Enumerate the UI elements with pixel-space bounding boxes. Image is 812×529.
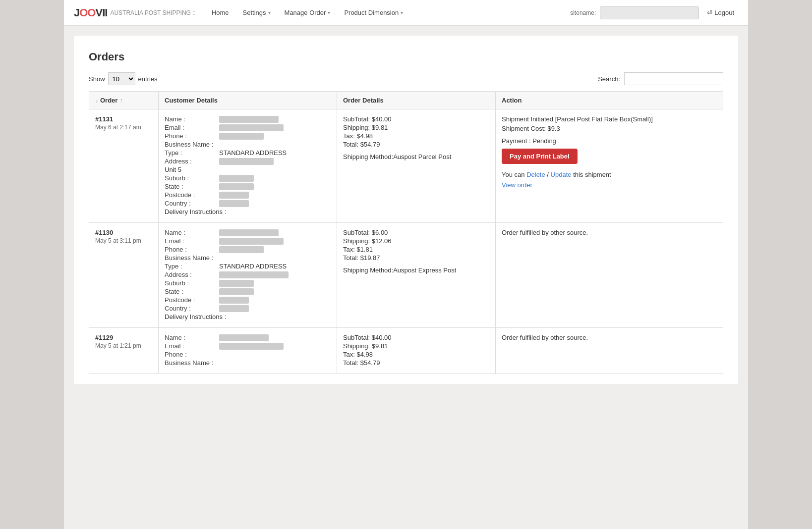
total-1130: Total: $19.87 [343,254,489,262]
postcode-label: Postcode : [165,191,219,199]
address-redacted-1130 [219,271,289,278]
nav-product-dimension-label: Product Dimension [344,9,399,16]
sort-down-icon: ↓ [95,97,98,104]
action-cell-1130: Order fulfilled by other source. [496,223,723,328]
customer-unit-row: Unit 5 [165,166,331,173]
suburb-label: Suburb : [165,174,219,182]
postcode-redacted [219,192,249,199]
logo: JOOVII [74,6,107,19]
address-redacted [219,158,274,165]
th-action: Action [496,92,723,109]
customer-type-row: Type : STANDARD ADDRESS [165,149,331,157]
sitename-input[interactable] [600,6,699,19]
nav-settings[interactable]: Settings ▾ [236,1,278,24]
delete-update-prefix: You can [502,171,526,178]
customer-business-row: Business Name : [165,141,331,148]
nav-product-dimension[interactable]: Product Dimension ▾ [337,1,410,24]
navbar: JOOVII AUSTRALIA POST SHIPPING :: Home S… [64,0,748,26]
table-body: #1131 May 6 at 2:17 am Name : Email : [89,109,723,374]
address-label-1130: Address : [165,271,219,278]
logout-button[interactable]: ⏎ Logout [703,7,738,18]
customer-suburb-row-1130: Suburb : [165,279,331,287]
state-label: State : [165,183,219,190]
nav-home[interactable]: Home [205,1,236,24]
th-order-details-label: Order Details [343,97,384,104]
separator: / [547,171,549,178]
shipping-method-1130: Shipping Method:Auspost Express Post [343,266,489,274]
sort-up-icon: ↑ [119,97,122,104]
delete-link[interactable]: Delete [526,171,545,178]
name-redacted-1129 [219,334,269,341]
type-value-1130: STANDARD ADDRESS [219,263,287,270]
order-cell-1130: #1130 May 5 at 3:11 pm [89,223,159,328]
th-order-details: Order Details [337,92,496,109]
type-label-1130: Type : [165,263,219,270]
name-redacted-1130 [219,229,279,236]
business-label-1130: Business Name : [165,254,219,262]
email-redacted [219,124,284,131]
search-label: Search: [598,75,620,83]
customer-email-row: Email : [165,124,331,131]
search-input[interactable] [624,72,723,85]
email-redacted-1130 [219,238,284,245]
brand: JOOVII [74,6,107,19]
name-redacted [219,116,279,123]
show-label: Show [89,75,105,83]
logout-label: Logout [714,9,734,16]
customer-cell-1131: Name : Email : Phone : Business Nam [159,109,337,223]
th-customer-label: Customer Details [165,97,218,104]
app-title: AUSTRALIA POST SHIPPING :: [110,9,196,16]
pay-print-label: Pay and Print Label [510,153,570,160]
country-redacted-1130 [219,305,249,312]
fulfilled-text-1130: Order fulfilled by other source. [502,229,717,236]
customer-email-row-1129: Email : [165,342,331,350]
tax-1130: Tax: $1.81 [343,246,489,253]
customer-delivery-row-1130: Delivery Instructions : [165,313,331,320]
action-cell-1131: Shipment Initiated [Parcel Post Flat Rat… [496,109,723,223]
email-label-1129: Email : [165,342,219,350]
customer-state-row-1130: State : [165,288,331,295]
customer-business-row-1129: Business Name : [165,359,331,367]
nav-links: Home Settings ▾ Manage Order ▾ Product D… [205,1,570,24]
tax-1131: Tax: $4.98 [343,132,489,140]
sitename-label: sitename: [570,9,596,16]
tax-1129: Tax: $4.98 [343,351,489,358]
th-order[interactable]: ↓ Order ↑ [89,92,159,109]
customer-name-row-1129: Name : [165,334,331,341]
delete-update-suffix: this shipment [573,171,611,178]
main-content: Orders Show 10 25 50 100 entries Search: [74,36,738,384]
suburb-redacted-1130 [219,280,254,287]
nav-manage-order[interactable]: Manage Order ▾ [278,1,338,24]
action-cell-1129: Order fulfilled by other source. [496,328,723,374]
table-row: #1131 May 6 at 2:17 am Name : Email : [89,109,723,223]
phone-label-1130: Phone : [165,246,219,253]
subtotal-1130: SubTotal: $6.00 [343,229,489,236]
pay-print-label-button[interactable]: Pay and Print Label [502,149,578,164]
customer-state-row: State : [165,183,331,190]
customer-country-row-1130: Country : [165,305,331,312]
name-label-1130: Name : [165,229,219,236]
page-title: Orders [89,51,723,63]
view-order-link[interactable]: View order [502,181,532,189]
manage-order-caret-icon: ▾ [328,10,330,15]
phone-label-1129: Phone : [165,351,219,358]
phone-redacted [219,133,264,140]
customer-business-row-1130: Business Name : [165,254,331,262]
orders-table: ↓ Order ↑ Customer Details Order Details… [89,91,723,374]
shipping-1130: Shipping: $12.06 [343,237,489,245]
customer-name-row: Name : [165,115,331,123]
view-order-line: View order [502,181,717,189]
entries-select[interactable]: 10 25 50 100 [108,72,135,85]
customer-postcode-row: Postcode : [165,191,331,199]
update-link[interactable]: Update [551,171,572,178]
type-value-1131: STANDARD ADDRESS [219,149,287,157]
order-number-1129: #1129 [95,334,152,341]
customer-country-row: Country : [165,200,331,207]
email-label-1130: Email : [165,237,219,245]
table-row: #1129 May 5 at 1:21 pm Name : Email : [89,328,723,374]
entries-label: entries [138,75,158,83]
shipping-method-1131: Shipping Method:Auspost Parcel Post [343,153,489,160]
customer-phone-row-1129: Phone : [165,351,331,358]
show-entries: Show 10 25 50 100 entries [89,72,158,85]
delivery-label-1130: Delivery Instructions : [165,313,226,320]
